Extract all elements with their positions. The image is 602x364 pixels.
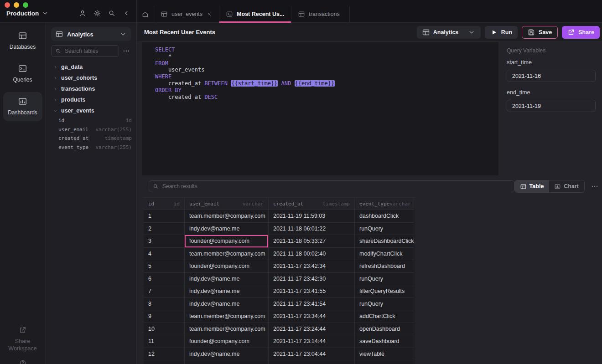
run-button[interactable]: Run (485, 26, 518, 39)
table-cell[interactable]: 2021-11-17 23:42:30 (269, 273, 355, 286)
table-cell[interactable]: 12 (144, 348, 185, 361)
tab-transactions[interactable]: transactions (291, 6, 350, 22)
table-cell[interactable]: 2021-11-17 23:41:54 (269, 298, 355, 311)
table-cell[interactable]: 3 (144, 235, 185, 248)
table-cell[interactable]: viewTable (355, 348, 414, 361)
connection-selector[interactable]: Analytics (51, 27, 131, 41)
results-more-button[interactable] (590, 182, 599, 191)
header-column-type: varchar (389, 201, 410, 207)
connection-dropdown[interactable]: Analytics (417, 26, 481, 39)
nav-rail-item-queries[interactable]: Queries (3, 59, 42, 88)
close-tab-icon[interactable] (207, 11, 212, 17)
view-toggle-table[interactable]: Table (515, 180, 550, 192)
results-header-id[interactable]: idid (144, 198, 185, 210)
header-gear-button[interactable] (93, 10, 101, 17)
chevron-right-icon (53, 97, 58, 103)
table-cell[interactable]: 2021-11-17 23:24:44 (269, 323, 355, 336)
table-cell[interactable]: team.member@company.com (185, 248, 269, 261)
home-tab-button[interactable] (137, 6, 154, 22)
results-header-user_email[interactable]: user_emailvarchar (185, 198, 269, 210)
table-cell[interactable]: dashboardClick (355, 210, 414, 223)
table-cell[interactable]: founder@company.com (185, 335, 269, 348)
header-icon-group (79, 10, 130, 17)
table-column-id[interactable]: idid (46, 116, 136, 125)
table-cell[interactable]: indy.dev@name.me (185, 223, 269, 236)
header-person-button[interactable] (79, 10, 86, 17)
connection-dropdown-label: Analytics (433, 29, 459, 36)
app-window: Production user_eventsMost Recent Us...t… (0, 0, 602, 364)
tab-user-events[interactable]: user_events (154, 6, 219, 22)
table-cell[interactable]: founder@company.com (185, 260, 269, 273)
table-cell[interactable]: refreshDashboard (355, 260, 414, 273)
header-column-type: timestamp (322, 201, 350, 207)
table-cell[interactable]: founder@company.com (185, 235, 269, 248)
workspace-switcher[interactable]: Production (6, 10, 49, 17)
table-cell[interactable]: team.member@company.com (185, 323, 269, 336)
table-tree-item-user_cohorts[interactable]: user_cohorts (46, 72, 136, 83)
tab-most-recent-us-[interactable]: Most Recent Us... (219, 6, 291, 22)
nav-rail-item-dashboards[interactable]: Dashboards (3, 92, 42, 121)
variable-input-start_time[interactable] (507, 70, 596, 82)
table-cell[interactable]: 2021-11-17 23:42:34 (269, 260, 355, 273)
window-header: Production (0, 0, 137, 23)
table-cell[interactable]: 2021-11-17 23:14:44 (269, 335, 355, 348)
table-cell[interactable]: addChartClick (355, 310, 414, 323)
table-cell[interactable]: 11 (144, 335, 185, 348)
header-chevron-left-button[interactable] (123, 10, 130, 17)
table-cell[interactable]: 7 (144, 285, 185, 298)
table-cell[interactable]: 2021-11-17 23:34:44 (269, 310, 355, 323)
table-cell[interactable]: indy.dev@name.me (185, 298, 269, 311)
query-title-row: Most Recent User Events Analytics Run Sa… (137, 23, 602, 42)
view-toggle-chart[interactable]: Chart (549, 180, 584, 192)
table-cell[interactable]: indy.dev@name.me (185, 348, 269, 361)
table-cell[interactable]: 9 (144, 310, 185, 323)
table-cell[interactable]: 2021-11-18 05:33:27 (269, 235, 355, 248)
table-cell[interactable]: team.member@company.com (185, 310, 269, 323)
table-tree-item-user_events[interactable]: user_events (46, 105, 136, 116)
table-cell[interactable]: 1 (144, 210, 185, 223)
table-cell[interactable]: saveDashboard (355, 335, 414, 348)
table-cell[interactable]: 2021-11-19 11:59:03 (269, 210, 355, 223)
search-results-input[interactable] (149, 180, 514, 192)
table-cell[interactable]: filterQueryResults (355, 285, 414, 298)
nav-rail-item-databases[interactable]: Databases (3, 26, 42, 56)
table-cell[interactable]: 4 (144, 248, 185, 261)
table-cell[interactable]: 8 (144, 298, 185, 311)
table-cell[interactable]: runQuery (355, 223, 414, 236)
table-cell[interactable]: runQuery (355, 298, 414, 311)
table-cell[interactable]: indy.dev@name.me (185, 285, 269, 298)
sql-line: * (155, 53, 498, 60)
table-cell[interactable]: 5 (144, 260, 185, 273)
table-cell[interactable]: indy.dev@name.me (185, 273, 269, 286)
schema-more-button[interactable] (122, 46, 131, 56)
table-icon (56, 31, 63, 38)
table-cell[interactable]: 2 (144, 223, 185, 236)
table-cell[interactable]: 6 (144, 273, 185, 286)
table-cell[interactable]: shareDashboardClick (355, 235, 414, 248)
table-cell[interactable]: 10 (144, 323, 185, 336)
table-column-event_type[interactable]: event_typevarchar(255) (46, 143, 136, 152)
help-button[interactable] (19, 359, 26, 364)
table-column-created_at[interactable]: created_attimestamp (46, 134, 136, 143)
table-cell[interactable]: 2021-11-17 23:04:44 (269, 348, 355, 361)
table-tree-item-products[interactable]: products (46, 94, 136, 105)
results-header-created_at[interactable]: created_attimestamp (269, 198, 355, 210)
table-cell[interactable]: 2021-11-18 00:02:40 (269, 248, 355, 261)
share-button[interactable]: Share (562, 26, 600, 39)
results-header-event_type[interactable]: event_typevarchar (355, 198, 414, 210)
table-cell[interactable]: team.member@company.com (185, 210, 269, 223)
table-cell[interactable]: 2021-11-17 23:41:55 (269, 285, 355, 298)
table-cell[interactable]: openDashboard (355, 323, 414, 336)
table-cell[interactable]: 2021-11-18 06:01:22 (269, 223, 355, 236)
search-tables-input[interactable] (51, 45, 119, 57)
share-workspace-button[interactable]: ShareWorkspace (8, 326, 36, 352)
table-cell[interactable]: modifyChartClick (355, 248, 414, 261)
save-button[interactable]: Save (522, 26, 558, 39)
variable-input-end_time[interactable] (507, 100, 596, 112)
sql-editor[interactable]: SELECT *FROM user_eventsWHERE created_at… (142, 42, 498, 175)
table-cell[interactable]: runQuery (355, 273, 414, 286)
table-column-user_email[interactable]: user_emailvarchar(255) (46, 125, 136, 134)
header-search-button[interactable] (108, 10, 115, 17)
table-tree-item-ga_data[interactable]: ga_data (46, 62, 136, 72)
table-tree-item-transactions[interactable]: transactions (46, 83, 136, 94)
